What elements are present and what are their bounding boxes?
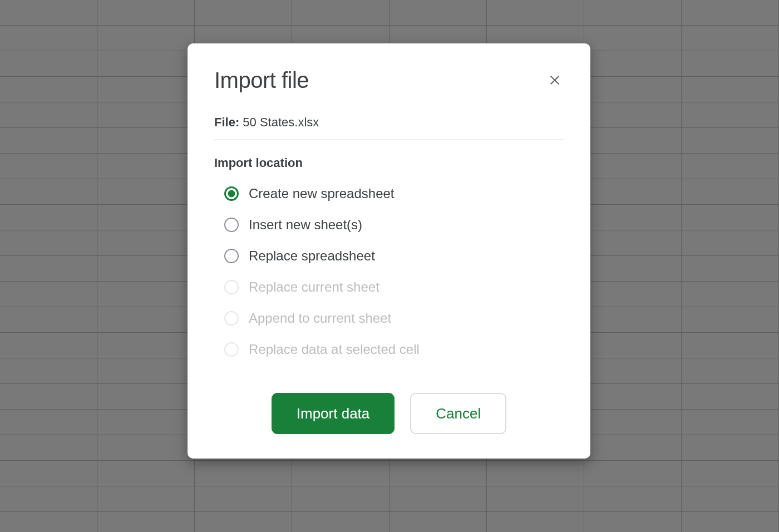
radio-replace-current-sheet: Replace current sheet [224, 272, 564, 303]
import-data-button[interactable]: Import data [272, 393, 395, 434]
radio-icon [224, 280, 239, 294]
dialog-button-row: Import data Cancel [214, 393, 564, 434]
radio-icon [224, 342, 239, 357]
import-file-dialog: Import file File: 50 States.xlsx Import … [188, 43, 590, 459]
radio-create-new-spreadsheet[interactable]: Create new spreadsheet [224, 178, 564, 209]
radio-label: Append to current sheet [249, 311, 391, 326]
import-location-label: Import location [214, 156, 564, 170]
radio-icon [224, 311, 239, 326]
radio-replace-data-at-selected-cell: Replace data at selected cell [224, 334, 564, 365]
radio-label: Replace current sheet [249, 279, 379, 295]
radio-insert-new-sheets[interactable]: Insert new sheet(s) [224, 209, 564, 240]
file-info: File: 50 States.xlsx [214, 115, 564, 140]
radio-icon [224, 218, 239, 232]
radio-replace-spreadsheet[interactable]: Replace spreadsheet [224, 240, 564, 272]
radio-label: Create new spreadsheet [249, 186, 395, 201]
radio-label: Replace spreadsheet [249, 248, 375, 264]
file-name: 50 States.xlsx [243, 115, 319, 129]
close-icon [549, 74, 561, 86]
dialog-title: Import file [214, 68, 309, 93]
radio-label: Replace data at selected cell [249, 342, 420, 357]
close-button[interactable] [546, 71, 564, 89]
radio-label: Insert new sheet(s) [249, 217, 362, 233]
file-label: File: [214, 115, 239, 129]
radio-append-to-current-sheet: Append to current sheet [224, 303, 564, 334]
import-location-radio-group: Create new spreadsheet Insert new sheet(… [214, 178, 564, 365]
radio-icon [224, 186, 239, 201]
cancel-button[interactable]: Cancel [410, 393, 506, 434]
radio-icon [224, 249, 239, 263]
